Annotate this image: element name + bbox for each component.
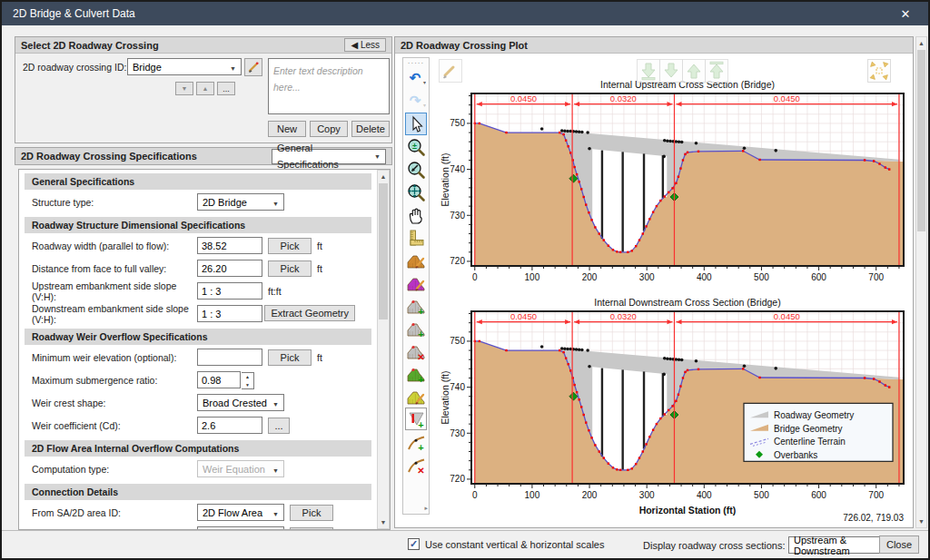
delete-curve-point-button[interactable]: ✕ xyxy=(405,453,427,476)
field-input[interactable] xyxy=(197,349,262,366)
select-tool-button[interactable] xyxy=(405,113,427,135)
rename-pencil-button[interactable] xyxy=(244,58,262,76)
fit-extents-button[interactable] xyxy=(867,59,891,83)
form-row: From SA/2D area ID:2D Flow AreaPick xyxy=(19,501,377,524)
form-row: Structure type:2D Bridge xyxy=(19,191,377,213)
pencil-icon xyxy=(246,60,261,74)
extract-geometry-button[interactable]: Extract Geometry xyxy=(264,305,355,321)
field-select[interactable]: Broad Crested xyxy=(197,394,284,411)
svg-text:+: + xyxy=(418,419,423,429)
unit-label: ft xyxy=(317,352,322,363)
undo-button[interactable]: ↶▾ xyxy=(405,67,427,90)
move-to-bottom-button[interactable] xyxy=(637,59,660,83)
spec-view-select[interactable]: General Specifications xyxy=(272,149,386,164)
toolbar-overflow-icon[interactable]: ▸ xyxy=(424,505,428,512)
svg-text:100: 100 xyxy=(525,490,540,500)
field-select[interactable]: 2D Flow Area xyxy=(197,504,284,521)
plot-group-header: 2D Roadway Crossing Plot xyxy=(395,37,913,54)
form-row: Upstream embankment side slope (V:H):1 :… xyxy=(19,280,377,302)
pick-button[interactable]: Pick xyxy=(268,349,312,366)
field-label: Upstream embankment side slope (V:H): xyxy=(32,280,197,302)
scroll-down-icon[interactable] xyxy=(378,516,389,528)
svg-text:+: + xyxy=(418,374,423,384)
downstream-chart[interactable]: 0.04500.03200.04500100200300400500600700… xyxy=(440,297,911,526)
svg-text:730: 730 xyxy=(450,428,465,438)
bottom-bar: Use constant vertical & horizontal scale… xyxy=(2,530,928,560)
pan-button[interactable] xyxy=(405,203,427,226)
copy-button[interactable]: Copy xyxy=(310,121,348,137)
field-select[interactable]: 2D Bridge xyxy=(197,193,284,211)
svg-text:500: 500 xyxy=(754,272,769,282)
spinner-arrows[interactable]: ▲▼ xyxy=(242,372,254,389)
new-button[interactable]: New xyxy=(268,121,306,137)
ellipsis-button[interactable]: ... xyxy=(268,418,290,434)
zoom-in-out-button[interactable]: ± xyxy=(405,135,427,158)
undo-icon: ↶▾ xyxy=(406,69,426,89)
svg-text:0.0450: 0.0450 xyxy=(774,311,800,321)
svg-text:Centerline Terrain: Centerline Terrain xyxy=(774,437,846,447)
field-label: Distance from face to full valley: xyxy=(32,263,197,274)
field-input[interactable]: 1 : 3 xyxy=(197,305,262,322)
redo-button[interactable]: ↷▾ xyxy=(405,90,427,113)
nav-previous-button[interactable]: ▼ xyxy=(175,82,193,95)
edit-weir-profile-button[interactable] xyxy=(405,385,427,408)
svg-text:↷: ↷ xyxy=(410,93,421,108)
measure-button[interactable] xyxy=(405,226,427,249)
field-input[interactable]: 38.52 xyxy=(197,237,262,254)
add-embankment-point-button[interactable]: + xyxy=(405,362,427,385)
svg-text:500: 500 xyxy=(754,490,769,500)
section-header: Roadway Structure Dimensional Specificat… xyxy=(25,217,371,233)
close-icon[interactable]: ✕ xyxy=(894,5,917,23)
field-label: Roadway width (parallel to flow): xyxy=(32,241,197,251)
field-label: Weir crest shape: xyxy=(32,398,197,408)
constant-scales-checkbox[interactable] xyxy=(408,538,420,550)
svg-text:+: + xyxy=(418,329,423,339)
svg-text:0.0450: 0.0450 xyxy=(774,93,800,103)
pick-button[interactable]: Pick xyxy=(268,238,312,254)
delete-button[interactable]: Delete xyxy=(351,121,390,137)
pencil-icon xyxy=(440,61,460,81)
panel-scrollbar[interactable] xyxy=(915,36,927,528)
close-button[interactable]: Close xyxy=(879,535,919,554)
svg-text:↶: ↶ xyxy=(409,70,421,85)
delete-terrain-point-button[interactable]: ✕ xyxy=(405,339,427,362)
zoom-window-button[interactable] xyxy=(405,158,427,181)
display-sections-label: Display roadway cross sections: xyxy=(643,540,786,551)
svg-text:0.0450: 0.0450 xyxy=(510,311,537,321)
add-pier-button[interactable]: + xyxy=(405,408,427,430)
field-input[interactable]: 0.98▲▼ xyxy=(197,371,241,388)
form-scrollbar[interactable] xyxy=(377,170,390,529)
add-curve-point-button[interactable]: + xyxy=(405,430,427,453)
field-input[interactable]: 2.6 xyxy=(197,417,262,434)
nav-more-button[interactable]: ... xyxy=(217,82,235,95)
field-label: Downstream embankment side slope (V:H): xyxy=(32,303,197,325)
svg-text:Bridge Geometry: Bridge Geometry xyxy=(774,424,843,434)
description-box[interactable]: Enter text description here... xyxy=(268,58,390,114)
upstream-chart[interactable]: 0.04500.03200.04500100200300400500600700… xyxy=(440,79,911,293)
edit-upstream-embankment-button[interactable] xyxy=(405,249,427,271)
edit-pencil-button[interactable] xyxy=(439,59,462,83)
pick-button[interactable]: Pick xyxy=(268,260,312,277)
edit-downstream-embankment-button[interactable] xyxy=(405,271,427,294)
move-down-button[interactable] xyxy=(659,59,683,83)
scroll-down-icon[interactable] xyxy=(916,516,926,527)
scroll-up-icon[interactable] xyxy=(378,171,389,182)
svg-text:730: 730 xyxy=(450,211,465,221)
less-button[interactable]: ◀ Less xyxy=(344,38,386,52)
crossing-id-select[interactable]: Bridge xyxy=(127,58,242,75)
chevron-down-icon xyxy=(371,147,383,165)
move-to-top-button[interactable] xyxy=(705,59,728,83)
nav-next-button[interactable]: ▲ xyxy=(196,82,214,95)
scroll-up-icon[interactable] xyxy=(916,37,926,49)
add-upstream-terrain-point-button[interactable]: + xyxy=(405,294,427,317)
add-downstream-terrain-point-button[interactable]: + xyxy=(405,317,427,339)
slope-delete-icon: ✕ xyxy=(406,341,426,361)
move-up-button[interactable] xyxy=(682,59,706,83)
field-input[interactable]: 26.20 xyxy=(197,260,262,277)
zoom-extents-button[interactable] xyxy=(405,181,427,203)
field-input[interactable]: 1 : 3 xyxy=(197,282,262,300)
unit-label: ft xyxy=(317,263,322,274)
toolbar-grip[interactable]: ····· xyxy=(408,60,424,67)
pick-button[interactable]: Pick xyxy=(290,505,333,521)
svg-text:700: 700 xyxy=(868,490,884,500)
